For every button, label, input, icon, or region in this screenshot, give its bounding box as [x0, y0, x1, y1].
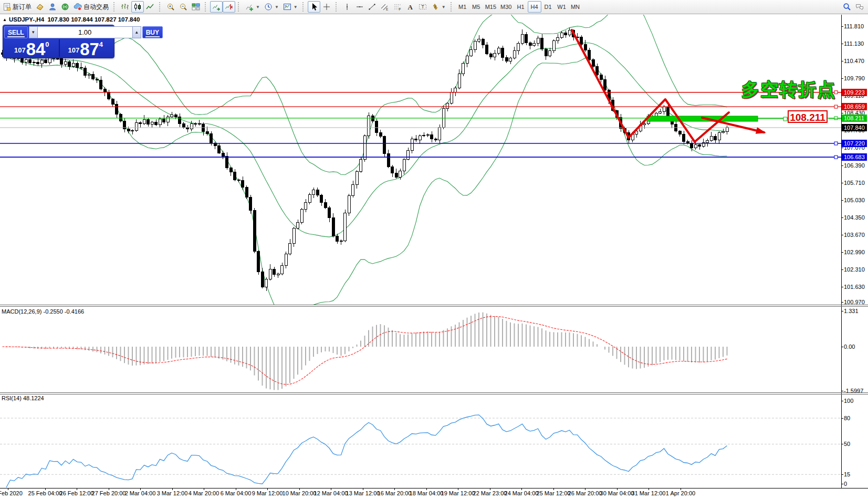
timeframe-m30-button[interactable]: M30 — [498, 1, 514, 13]
volume-increase-button[interactable]: ▲ — [132, 26, 141, 38]
profiles-button[interactable] — [46, 1, 59, 13]
buy-price[interactable]: 107874 — [59, 40, 113, 56]
chat-icon — [855, 3, 864, 11]
toolbar-separator — [205, 2, 208, 12]
periods-button[interactable]: ▼ — [262, 1, 281, 13]
equidistant-channel-button[interactable]: E — [379, 1, 391, 13]
new-order-button[interactable]: 新订单 — [1, 1, 34, 13]
price-axis-label: 101.630 — [844, 284, 868, 290]
price-axis-label: 100.970 — [844, 299, 868, 305]
timeframe-h1-button[interactable]: H1 — [514, 1, 528, 13]
macd-axis-label: -1.5997 — [844, 388, 868, 394]
vertical-line-button[interactable] — [341, 1, 353, 13]
main-chart-plot — [0, 0, 841, 318]
chevron-down-icon[interactable]: ▼ — [275, 5, 279, 9]
mt4-window: 新订单自动交易▼▼▼EFAT▼M1M5M15M30H1H4D1W1MN ▲USD… — [0, 0, 868, 499]
search-button[interactable] — [841, 1, 853, 13]
indicators-button[interactable]: ▼ — [243, 1, 262, 13]
timeframe-m5-button[interactable]: M5 — [469, 1, 483, 13]
text-label-button[interactable]: T — [416, 1, 429, 13]
rsi-axis-label: 100 — [844, 398, 868, 404]
price-axis-label: 102.990 — [844, 249, 868, 255]
templates-icon — [283, 3, 291, 11]
chart-frame — [0, 15, 868, 490]
price-chart-canvas[interactable] — [0, 0, 868, 499]
price-callout-label[interactable]: 108.211 — [788, 110, 828, 123]
volume-decrease-button[interactable]: ▼ — [29, 26, 38, 38]
sell-price-sup: 0 — [45, 40, 49, 48]
timeframe-d1-button[interactable]: D1 — [541, 1, 555, 13]
line-chart-button[interactable] — [144, 1, 156, 13]
candlestick-button[interactable] — [131, 1, 144, 13]
macd-panel — [3, 313, 727, 390]
new-order-button-label: 新订单 — [13, 3, 32, 12]
collapse-arrow-icon[interactable]: ▲ — [3, 17, 7, 22]
arrows-icon — [431, 3, 440, 11]
templates-button[interactable]: ▼ — [281, 1, 300, 13]
trendline-button[interactable] — [366, 1, 379, 13]
timeframe-mn-button[interactable]: MN — [569, 1, 582, 13]
fibonacci-icon: F — [393, 3, 402, 11]
timeframe-w1-button[interactable]: W1 — [555, 1, 569, 13]
buy-price-sup: 4 — [99, 40, 103, 48]
new-chart-button[interactable] — [34, 1, 46, 13]
periods-icon — [264, 3, 273, 11]
rsi-label: RSI(14) 48.1224 — [2, 395, 44, 401]
chevron-down-icon[interactable]: ▼ — [294, 5, 298, 9]
turning-point-annotation[interactable]: 多空转折点 — [741, 78, 836, 102]
rsi-axis-label: 15 — [844, 471, 868, 477]
cursor-button[interactable] — [308, 1, 320, 13]
buy-button[interactable]: BUY — [142, 26, 163, 38]
autotrading-button[interactable]: 自动交易 — [71, 1, 111, 13]
timeframe-m1-button[interactable]: M1 — [456, 1, 469, 13]
crosshair-button[interactable] — [320, 1, 333, 13]
sell-button[interactable]: SELL — [4, 26, 28, 38]
profiles-icon — [48, 3, 57, 11]
text-button[interactable]: A — [404, 1, 416, 13]
toolbar-separator — [113, 2, 117, 12]
bar-chart-button[interactable] — [119, 1, 131, 13]
rsi-axis-label: 0 — [844, 481, 868, 487]
red-trend-zigzag — [572, 30, 729, 142]
chart-shift-button[interactable] — [223, 1, 235, 13]
sell-price[interactable]: 107840 — [5, 40, 59, 56]
line-chart-icon — [146, 3, 154, 11]
chevron-down-icon[interactable]: ▼ — [442, 5, 446, 9]
symbol-header[interactable]: ▲USDJPY-,H4 107.830 107.844 107.827 107.… — [3, 16, 140, 23]
auto-scroll-icon — [212, 3, 221, 11]
price-axis-label: 104.350 — [844, 214, 868, 221]
macd-label: MACD(12,26,9) -0.2550 -0.4166 — [2, 308, 84, 315]
trade-panel-controls: SELL ▼ ▲ BUY — [3, 25, 114, 38]
zoom-in-button[interactable] — [164, 1, 177, 13]
main-toolbar: 新订单自动交易▼▼▼EFAT▼M1M5M15M30H1H4D1W1MN — [0, 0, 868, 14]
price-axis-label: 105.710 — [844, 180, 868, 186]
volume-input[interactable] — [38, 26, 132, 38]
chevron-down-icon[interactable]: ▼ — [256, 5, 260, 9]
one-click-trading-panel: SELL ▼ ▲ BUY 107840 107874 — [3, 25, 114, 58]
signals-button[interactable] — [59, 1, 71, 13]
zoom-out-button[interactable] — [177, 1, 190, 13]
auto-scroll-button[interactable] — [210, 1, 223, 13]
toolbar-separator — [159, 2, 162, 12]
tile-windows-button[interactable] — [190, 1, 202, 13]
indicators-icon — [245, 3, 254, 11]
toolbar-right-group — [841, 1, 866, 13]
candlestick-icon — [133, 3, 142, 11]
timeframe-m15-button[interactable]: M15 — [483, 1, 498, 13]
zoom-in-icon — [166, 3, 175, 11]
macd-axis-label: 0.00 — [844, 344, 868, 350]
volume-control: ▼ ▲ — [29, 26, 141, 38]
tile-windows-icon — [192, 3, 200, 11]
search-icon — [843, 3, 851, 11]
vertical-line-icon — [343, 3, 351, 11]
timeframe-h4-button[interactable]: H4 — [528, 1, 541, 13]
svg-text:F: F — [399, 7, 401, 11]
horizontal-line-button[interactable] — [353, 1, 366, 13]
macd-axis-label: 1.331 — [844, 308, 868, 314]
svg-text:A: A — [407, 3, 413, 11]
fibonacci-button[interactable]: F — [391, 1, 404, 13]
toolbar-separator — [451, 2, 454, 12]
chat-button[interactable] — [853, 1, 866, 13]
arrows-button[interactable]: ▼ — [429, 1, 448, 13]
cursor-icon — [310, 3, 318, 11]
